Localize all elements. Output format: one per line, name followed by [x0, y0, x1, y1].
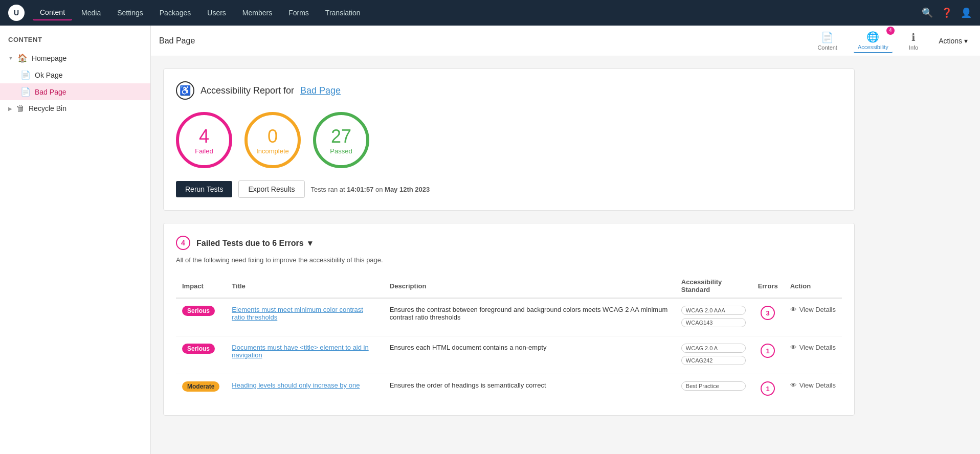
content-icon: 📄: [821, 31, 834, 43]
passed-label: Passed: [330, 147, 352, 155]
rerun-tests-button[interactable]: Rerun Tests: [176, 181, 232, 197]
logo[interactable]: U: [8, 5, 25, 21]
errors-cell: 1: [752, 374, 784, 403]
errors-cell: 1: [752, 336, 784, 374]
search-icon[interactable]: 🔍: [922, 7, 933, 18]
page-title: Bad Page: [159, 36, 805, 46]
sidebar-item-bad-page[interactable]: 📄 Bad Page: [0, 83, 150, 100]
error-count-badge: 1: [761, 344, 775, 358]
incomplete-count: 0: [268, 126, 278, 147]
eye-icon: 👁: [790, 344, 797, 351]
view-details-button[interactable]: 👁 View Details: [790, 306, 836, 313]
passed-count: 27: [331, 126, 351, 147]
sidebar: Content ▼ 🏠 Homepage 📄 Ok Page 📄 Bad Pag…: [0, 26, 151, 454]
failed-count: 4: [199, 126, 209, 147]
nav-media[interactable]: Media: [74, 6, 108, 20]
standard-cell: WCAG 2.0 AAAWCAG143: [675, 298, 752, 336]
nav-forms[interactable]: Forms: [281, 6, 316, 20]
tab-info[interactable]: ℹ Info: [905, 29, 922, 53]
report-title-prefix: Accessibility Report for: [201, 85, 294, 96]
export-results-button[interactable]: Export Results: [238, 180, 304, 198]
col-errors: Errors: [752, 274, 784, 298]
standard-cell: Best Practice: [675, 374, 752, 403]
sidebar-item-ok-page[interactable]: 📄 Ok Page: [0, 66, 150, 83]
sidebar-item-recycle-bin[interactable]: ▶ 🗑 Recycle Bin: [0, 100, 150, 117]
section-title: Failed Tests due to 6 Errors ▾: [196, 238, 312, 248]
failed-count-badge: 4: [176, 236, 190, 250]
sidebar-item-label: Homepage: [32, 54, 67, 62]
table-row: SeriousDocuments must have <title> eleme…: [176, 336, 842, 374]
incomplete-label: Incomplete: [256, 147, 289, 155]
test-actions: Rerun Tests Export Results Tests ran at …: [176, 180, 842, 198]
table-row: ModerateHeading levels should only incre…: [176, 374, 842, 403]
standard-badge: WCAG143: [681, 318, 746, 327]
impact-cell: Serious: [176, 336, 226, 374]
action-cell: 👁 View Details: [784, 336, 842, 374]
actions-button[interactable]: Actions ▾: [934, 35, 972, 47]
home-icon: 🏠: [17, 53, 28, 63]
nav-users[interactable]: Users: [200, 6, 233, 20]
impact-badge: Moderate: [182, 381, 219, 392]
page-icon: 📄: [20, 70, 31, 80]
page-icon: 📄: [20, 87, 31, 97]
nav-content[interactable]: Content: [33, 5, 72, 20]
accessibility-globe-icon: 🌐: [866, 31, 879, 43]
title-cell: Heading levels should only increase by o…: [226, 374, 384, 403]
incomplete-circle: 0 Incomplete: [244, 112, 301, 168]
tab-content[interactable]: 📄 Content: [813, 29, 841, 53]
standard-badge: WCAG 2.0 A: [681, 344, 746, 353]
failed-circle: 4 Failed: [176, 112, 232, 168]
info-icon: ℹ: [911, 31, 916, 43]
action-cell: 👁 View Details: [784, 298, 842, 336]
eye-icon: 👁: [790, 381, 797, 389]
sidebar-item-label: Ok Page: [35, 71, 62, 79]
standard-badge: WCAG242: [681, 356, 746, 365]
nav-members[interactable]: Members: [235, 6, 279, 20]
action-cell: 👁 View Details: [784, 374, 842, 403]
sidebar-item-homepage[interactable]: ▼ 🏠 Homepage: [0, 50, 150, 66]
sidebar-item-label: Recycle Bin: [29, 104, 66, 112]
nav-settings[interactable]: Settings: [110, 6, 150, 20]
score-circles: 4 Failed 0 Incomplete 27 Passed: [176, 112, 842, 168]
nav-translation[interactable]: Translation: [318, 6, 368, 20]
impact-badge: Serious: [182, 344, 215, 354]
title-link[interactable]: Heading levels should only increase by o…: [232, 381, 360, 389]
standard-badge: Best Practice: [681, 381, 746, 391]
col-description: Description: [384, 274, 675, 298]
help-icon[interactable]: ❓: [941, 7, 952, 18]
error-count-badge: 1: [761, 381, 775, 396]
impact-badge: Serious: [182, 306, 215, 316]
standard-badge: WCAG 2.0 AAA: [681, 306, 746, 315]
col-impact: Impact: [176, 274, 226, 298]
user-avatar[interactable]: 👤: [961, 7, 972, 18]
description-cell: Ensures the order of headings is semanti…: [384, 374, 675, 403]
title-link[interactable]: Elements must meet minimum color contras…: [232, 306, 363, 321]
tab-accessibility[interactable]: 🌐 Accessibility 4: [854, 29, 893, 53]
errors-cell: 3: [752, 298, 784, 336]
accessibility-icon: ♿: [176, 81, 194, 100]
col-action: Action: [784, 274, 842, 298]
error-count-badge: 3: [761, 306, 775, 320]
view-details-button[interactable]: 👁 View Details: [790, 344, 836, 351]
report-header: ♿ Accessibility Report for Bad Page 4 Fa…: [163, 69, 855, 211]
eye-icon: 👁: [790, 306, 797, 313]
trash-icon: 🗑: [16, 104, 25, 113]
results-table: Impact Title Description Accessibility S…: [176, 274, 842, 403]
table-row: SeriousElements must meet minimum color …: [176, 298, 842, 336]
test-timestamp: Tests ran at 14:01:57 on May 12th 2023: [311, 186, 430, 193]
sidebar-title: Content: [0, 34, 150, 50]
title-link[interactable]: Documents must have <title> element to a…: [232, 344, 368, 359]
section-header: 4 Failed Tests due to 6 Errors ▾: [176, 236, 842, 250]
expand-toggle: ▶: [8, 106, 12, 111]
failed-tests-section: 4 Failed Tests due to 6 Errors ▾ All of …: [163, 223, 855, 416]
nav-packages[interactable]: Packages: [152, 6, 198, 20]
sidebar-item-label: Bad Page: [35, 88, 66, 96]
top-navigation: U Content Media Settings Packages Users …: [0, 0, 980, 26]
description-cell: Ensures each HTML document contains a no…: [384, 336, 675, 374]
report-title: ♿ Accessibility Report for Bad Page: [176, 81, 842, 100]
view-details-button[interactable]: 👁 View Details: [790, 381, 836, 389]
col-title: Title: [226, 274, 384, 298]
failed-label: Failed: [195, 147, 213, 155]
col-standard: Accessibility Standard: [675, 274, 752, 298]
report-page-link[interactable]: Bad Page: [300, 85, 341, 96]
